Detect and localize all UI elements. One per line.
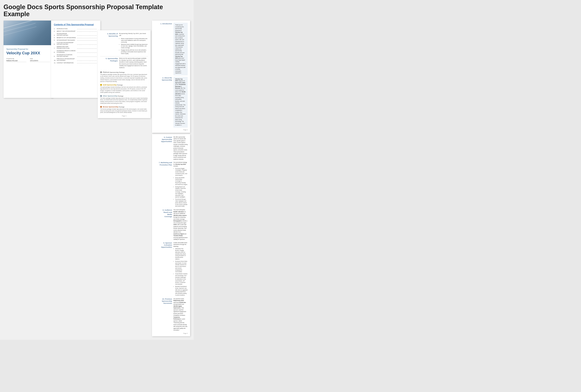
toc-item-label: PREVIOUS SPONSORSHIP SUCCESSES: [57, 58, 76, 61]
section6: 6. CustomSponsorshipOpportunities We off…: [154, 136, 188, 160]
bullet-item: Maximize brand visibility through logo p…: [121, 44, 148, 49]
bullet-item: Exclusive Driver Meet-and-Greets: Co-hos…: [175, 260, 188, 273]
toc-item-label: INTRODUCTION: [57, 28, 76, 29]
page2: 1. Introduction Thank you for considerin…: [152, 20, 190, 133]
package-silver: Silver Sponsorship Package The silver pa…: [100, 95, 148, 104]
bullet-item: Social Media Contests and Giveaways: Run…: [175, 273, 188, 285]
toc-item-label: CONTACT INFORMATION: [57, 62, 76, 64]
package-title: Platinum Sponsorship Package: [103, 71, 125, 73]
section4-intro: By sponsoring Velocity Cup 20XX, your br…: [119, 33, 148, 36]
section8-label: 8. AudienceReach andMediaCoverage: [154, 209, 172, 240]
section7-bullets: Pre-Event Digital Campaigns: Targeted so…: [175, 168, 188, 207]
section7: 7. Marketing andPromotion Plan Our promo…: [154, 162, 188, 207]
toc-dots: [77, 40, 97, 41]
sponsorship-label: Sponsorship Proposal for:: [6, 48, 50, 50]
toc-item: 7. MARKETING AND PROMOTION PLAN: [54, 46, 98, 49]
section7-label: 7. Marketing andPromotion Plan: [154, 162, 172, 207]
toc-item: 1. INTRODUCTION: [54, 28, 98, 29]
bullet-item: Pre-Event Digital Campaigns: Targeted so…: [175, 168, 188, 176]
toc-dots: [77, 31, 97, 32]
bronze-dot-icon: [100, 106, 102, 108]
section7-intro: Our promotional strategy for Velocity Cu…: [174, 162, 188, 167]
prepared-section: Prepared By Makara McLean Date 10/11/20X…: [6, 58, 50, 62]
toc-item-num: 1.: [54, 28, 57, 29]
package-desc: The gold package includes branding on al…: [100, 86, 148, 93]
section4: 4. Benefits ofSponsoring By sponsoring V…: [100, 33, 148, 55]
toc-item-num: 8.: [54, 51, 57, 53]
prepared-by-col: Prepared By Makara McLean: [6, 58, 26, 62]
event-title: Velocity Cup 20XX: [6, 51, 50, 55]
bullet-item: Branded Grandstand Areas: Sponsors can o…: [175, 286, 188, 296]
package-title: Silver Sponsorship Package: [103, 95, 124, 97]
toc-item-label: SPONSORSHIP PACKAGES: [57, 39, 76, 41]
package-desc: The bronze package includes logo placeme…: [100, 108, 148, 113]
section4-content: By sponsoring Velocity Cup 20XX, your br…: [119, 33, 148, 55]
page3-num: Page 3: [98, 115, 150, 117]
section1-label: 1. Introduction: [154, 23, 172, 75]
section9-content: Create memorable brand interactions thro…: [174, 242, 188, 297]
section5-content: Below are the sponsorship packages avail…: [119, 57, 148, 70]
section1-body: Thank you for considering this sponsorsh…: [174, 23, 188, 75]
section10: 10. PreviousSponsorshipSuccesses Our pre…: [154, 298, 188, 331]
packages-container: Platinum Sponsorship Package The platinu…: [100, 71, 148, 113]
toc-item: 6. CUSTOM SPONSORSHIP OPPORTUNITIES: [54, 42, 98, 45]
page4-num: Page 4: [154, 333, 188, 334]
package-subtitle: Package: [117, 84, 123, 86]
gold-dot-icon: [100, 84, 102, 86]
section5-label: 5. SponsorshipPackages: [100, 57, 118, 70]
toc-item-num: 2.: [54, 30, 57, 32]
section9-label: 9. SponsorActivationOpportunities: [154, 242, 172, 297]
date-col: Date 10/11/20XX: [30, 58, 50, 62]
toc-item: 11. CONTACT INFORMATION: [54, 62, 98, 64]
toc-dots: [77, 35, 97, 36]
toc-item: 10. PREVIOUS SPONSORSHIP SUCCESSES: [54, 58, 98, 61]
package-subtitle: Sponsorship Package: [110, 72, 125, 73]
toc-item-label: BENEFITS OF SPONSORING: [57, 37, 76, 38]
bullet-item: Press and Media Partnerships: Coverage i…: [175, 177, 188, 186]
section9-intro: Create memorable brand interactions thro…: [174, 242, 188, 247]
date-label: Date: [30, 58, 50, 59]
section9-bullets: Interactive Fan Booths: Engage attendees…: [175, 248, 188, 296]
toc-dots: [77, 38, 97, 38]
toc-item-num: 3.: [54, 34, 57, 36]
package-desc: The platinum package includes title spon…: [100, 74, 148, 82]
toc-dots: [77, 61, 97, 61]
silver-dot-icon: [100, 95, 102, 97]
toc-item-num: 7.: [54, 47, 57, 49]
section6-body: We offer sponsorship options for brands …: [174, 136, 188, 160]
right-pages: 1. Introduction Thank you for considerin…: [152, 20, 190, 336]
package-header: Silver Sponsorship Package: [100, 95, 148, 97]
toc-item-num: 11.: [54, 62, 57, 64]
package-subtitle: Package: [118, 95, 124, 97]
section5-intro: Below are the sponsorship packages avail…: [119, 57, 148, 69]
package-header: Gold Sponsorship Package: [100, 84, 148, 86]
section1: 1. Introduction Thank you for considerin…: [154, 23, 188, 75]
platinum-dot-icon: [100, 71, 102, 73]
pages-row: Sponsorship Proposal for: Velocity Cup 2…: [4, 20, 190, 336]
cover-header-image: [4, 20, 53, 45]
section7-content: Our promotional strategy for Velocity Cu…: [174, 162, 188, 207]
toc-dots: [77, 48, 97, 49]
package-header: Platinum Sponsorship Package: [100, 71, 148, 73]
cover-content: Sponsorship Proposal for: Velocity Cup 2…: [4, 45, 53, 66]
package-bronze: Bronze Sponsorship Package The bronze pa…: [100, 106, 148, 113]
toc-item-num: 9.: [54, 55, 57, 57]
section4-label: 4. Benefits ofSponsoring: [100, 33, 118, 55]
package-subtitle: Package: [119, 106, 124, 108]
bullet-item: Reach a loyal fanbase of racing enthusia…: [121, 38, 148, 43]
toc-item: 4. BENEFITS OF SPONSORING: [54, 37, 98, 38]
toc-dots: [77, 29, 97, 29]
toc-item-label: AUDIENCE REACH & MEDIA COVERAGE: [57, 50, 76, 53]
section9: 9. SponsorActivationOpportunities Create…: [154, 242, 188, 297]
section2: 2. About theSponsorship Velocity Cup 20X…: [154, 77, 188, 128]
toc-item: 9. SPONSOR ACTIVATION OPPORTUNITIES: [54, 54, 98, 57]
toc-item-label: ABOUT THE SPONSORSHIP: [57, 30, 76, 32]
date-value: 10/11/20XX: [30, 60, 50, 62]
page3: 4. Benefits ofSponsoring By sponsoring V…: [98, 30, 150, 118]
section6-label: 6. CustomSponsorshipOpportunities: [154, 136, 172, 160]
prepared-by-value: Makara McLean: [6, 60, 26, 62]
page-title: Google Docs Sports Sponsorship Proposal …: [4, 3, 190, 17]
section8: 8. AudienceReach andMediaCoverage The ev…: [154, 209, 188, 240]
section10-body: Our previous event, RallyChamp 20XX, wel…: [174, 298, 188, 331]
page4: 6. CustomSponsorshipOpportunities We off…: [152, 134, 190, 336]
